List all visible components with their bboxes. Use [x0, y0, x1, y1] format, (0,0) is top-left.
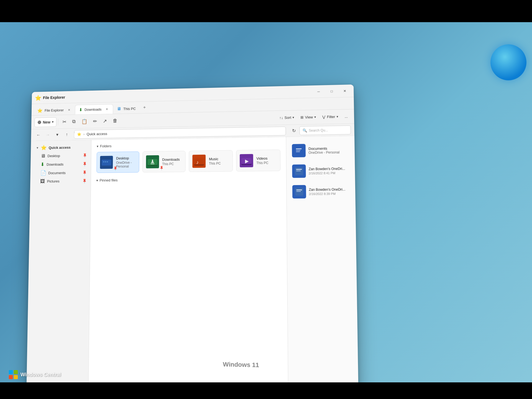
svg-rect-22	[296, 169, 302, 170]
desktop-folder-name: Desktop	[116, 156, 136, 160]
watermark: Windows Central	[8, 370, 61, 380]
address-text: Quick access	[87, 132, 107, 136]
desktop-folder-sub: OneDrive - Personal	[116, 160, 136, 168]
more-button[interactable]: ...	[342, 112, 351, 121]
dropdown-button[interactable]: ▾	[53, 130, 62, 139]
quick-access-star-icon: ⭐	[41, 145, 47, 150]
downloads-folder-info: Downloads This PC	[162, 157, 180, 166]
delete-button[interactable]: 🗑	[110, 116, 120, 126]
window-controls: ─ □ ✕	[312, 85, 352, 98]
videos-folder-item[interactable]: Videos This PC	[236, 150, 281, 172]
right-icon-documents	[292, 144, 306, 157]
maximize-button[interactable]: □	[325, 87, 338, 96]
tab-close-downloads[interactable]: ✕	[105, 107, 109, 111]
pinned-files-label: Pinned files	[99, 178, 117, 182]
tab-icon-file-explorer: ⭐	[37, 108, 42, 113]
top-bar	[0, 0, 532, 22]
right-item-documents-info: Documents OneDrive - Personal	[308, 146, 340, 155]
view-button[interactable]: ⊞ View ▾	[298, 113, 319, 121]
sidebar-item-documents[interactable]: 📄 Documents 📌	[32, 168, 89, 177]
pinned-files-chevron-icon: ▾	[96, 178, 98, 182]
svg-rect-12	[194, 158, 204, 165]
downloads-folder-item[interactable]: Downloads This PC 📌	[142, 151, 186, 172]
pinned-files-section-header[interactable]: ▾ Pinned files	[96, 177, 281, 182]
right-item-file1-name: Zan Bowden's OneDri...	[309, 167, 345, 171]
search-bar[interactable]: 🔍 Search Qu...	[300, 125, 351, 135]
svg-rect-4	[105, 161, 106, 162]
new-tab-button[interactable]: ＋	[140, 104, 148, 111]
right-item-file1[interactable]: Zan Bowden's OneDri... 2/16/2022 8:41 PM	[290, 161, 352, 181]
title-star-icon: ⭐	[35, 94, 42, 101]
copy-button[interactable]: ⧉	[70, 117, 78, 126]
new-icon: ⊕	[37, 119, 41, 125]
sort-button[interactable]: ↑↓ Sort ▾	[277, 113, 297, 122]
tab-label-this-pc: This PC	[123, 106, 136, 111]
minimize-button[interactable]: ─	[312, 87, 325, 96]
svg-rect-10	[150, 163, 154, 164]
view-chevron-icon: ▾	[314, 115, 316, 119]
watermark-text: Windows Central	[21, 372, 61, 378]
address-bar[interactable]: ⭐ › Quick access	[74, 126, 286, 139]
svg-rect-2	[102, 160, 111, 166]
file-area: ▾ Folders	[88, 137, 288, 393]
music-folder-icon: ♪	[192, 155, 206, 168]
up-button[interactable]: ↑	[62, 130, 71, 139]
sidebar-item-downloads[interactable]: ⬇ Downloads 📌	[32, 160, 89, 169]
copy-icon: ⧉	[72, 119, 76, 124]
svg-rect-20	[296, 152, 300, 152]
music-folder-name: Music	[209, 157, 221, 161]
delete-icon: 🗑	[113, 118, 118, 124]
videos-folder-icon	[240, 154, 253, 167]
refresh-button[interactable]: ↻	[289, 126, 298, 135]
rename-button[interactable]: ✏	[90, 116, 100, 126]
back-button[interactable]: ←	[34, 131, 43, 139]
share-icon: ↗	[103, 118, 107, 124]
svg-rect-30	[14, 375, 18, 379]
tab-label-file-explorer: File Explorer	[45, 108, 64, 112]
paste-button[interactable]: 📋	[79, 116, 90, 126]
cut-button[interactable]: ✂	[60, 117, 69, 127]
tab-file-explorer[interactable]: ⭐ File Explorer ✕	[34, 105, 75, 115]
sort-chevron-icon: ▾	[293, 116, 294, 119]
new-label: New	[43, 120, 50, 124]
right-item-file2-name: Zan Bowden's OneDri...	[309, 188, 346, 192]
new-button[interactable]: ⊕ New ▾	[34, 117, 57, 127]
window-title: File Explorer	[43, 95, 65, 100]
music-folder-item[interactable]: ♪ Music This PC	[189, 150, 232, 172]
desktop-folder-item[interactable]: Desktop OneDrive - Personal 📌	[96, 151, 139, 173]
tab-this-pc[interactable]: 🖥 This PC	[113, 104, 139, 114]
svg-rect-5	[107, 161, 108, 162]
sidebar-section-quick-access: ▾ ⭐ Quick access 🖥 Desktop 📌 ⬇ Downloads…	[30, 142, 91, 186]
sidebar-item-desktop[interactable]: 🖥 Desktop 📌	[32, 151, 89, 160]
svg-rect-28	[14, 370, 18, 374]
documents-pin-icon: 📌	[81, 170, 87, 175]
sidebar-item-quick-access[interactable]: ▾ ⭐ Quick access	[32, 143, 90, 152]
more-icon: ...	[345, 114, 348, 119]
tab-icon-downloads: ⬇	[79, 107, 83, 112]
quick-access-label: Quick access	[49, 145, 71, 150]
videos-folder-name: Videos	[256, 156, 268, 160]
tab-close-file-explorer[interactable]: ✕	[67, 108, 71, 112]
right-item-file2[interactable]: Zan Bowden's OneDri... 2/16/2022 8:39 PM	[290, 182, 352, 201]
sidebar-item-pictures[interactable]: 🖼 Pictures 📌	[32, 177, 89, 186]
svg-rect-29	[9, 375, 13, 379]
folders-section-header[interactable]: ▾ Folders	[97, 142, 280, 148]
forward-button[interactable]: →	[44, 131, 52, 139]
filter-icon: ⋁	[322, 115, 326, 119]
close-button[interactable]: ✕	[338, 86, 351, 96]
right-item-documents[interactable]: Documents OneDrive - Personal	[290, 140, 351, 160]
sidebar: ▾ ⭐ Quick access 🖥 Desktop 📌 ⬇ Downloads…	[27, 140, 92, 388]
downloads-folder-icon	[146, 155, 159, 168]
svg-rect-9	[152, 160, 153, 161]
bottom-bar	[0, 382, 532, 399]
tab-downloads[interactable]: ⬇ Downloads ✕	[75, 104, 113, 114]
windows11-label: Windows 11	[223, 361, 259, 369]
sort-icon: ↑↓	[279, 116, 283, 120]
cortana-circle	[490, 44, 526, 80]
filter-button[interactable]: ⋁ Filter ▾	[319, 112, 341, 121]
paste-icon: 📋	[81, 118, 87, 124]
music-folder-info: Music This PC	[209, 157, 221, 165]
share-button[interactable]: ↗	[100, 116, 109, 126]
right-item-file2-info: Zan Bowden's OneDri... 2/16/2022 8:39 PM	[309, 188, 346, 196]
search-placeholder: Search Qu...	[309, 128, 328, 132]
